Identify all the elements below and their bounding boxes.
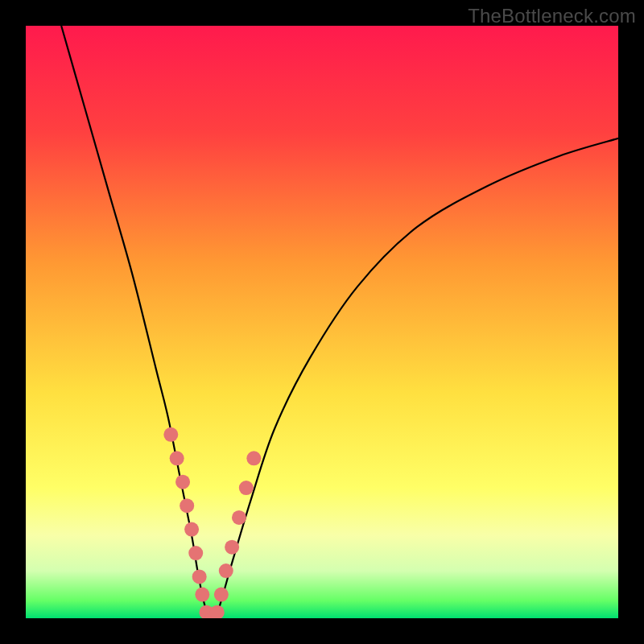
curve-marker bbox=[232, 510, 246, 525]
chart-svg bbox=[26, 26, 618, 618]
marker-group bbox=[163, 427, 261, 618]
curve-marker bbox=[163, 427, 178, 442]
plot-area bbox=[26, 26, 618, 618]
curve-marker bbox=[188, 546, 203, 560]
curve-marker bbox=[184, 522, 199, 537]
outer-frame: TheBottleneck.com bbox=[0, 0, 644, 644]
bottleneck-curve bbox=[61, 26, 618, 618]
curve-marker bbox=[219, 564, 233, 578]
curve-marker bbox=[170, 451, 184, 465]
curve-marker bbox=[225, 540, 239, 555]
curve-marker bbox=[239, 481, 254, 495]
curve-marker bbox=[192, 569, 207, 584]
curve-marker bbox=[195, 588, 209, 602]
curve-marker bbox=[214, 588, 229, 602]
curve-marker bbox=[210, 605, 225, 618]
curve-marker bbox=[246, 451, 261, 465]
curve-marker bbox=[180, 498, 194, 513]
curve-marker bbox=[175, 475, 190, 489]
watermark-text: TheBottleneck.com bbox=[468, 5, 636, 27]
